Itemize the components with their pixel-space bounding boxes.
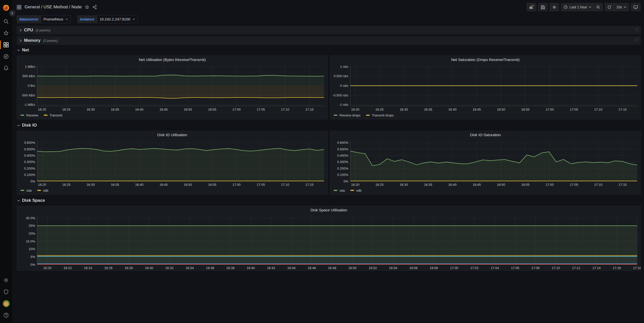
datasource-value: Prometheus	[44, 17, 63, 21]
instance-dropdown[interactable]: 10.242.2.247:9100	[97, 15, 138, 23]
refresh-button[interactable]	[605, 3, 614, 11]
svg-text:16:30: 16:30	[145, 266, 153, 270]
svg-text:20%: 20%	[29, 232, 35, 235]
chevron-down-icon	[17, 199, 20, 202]
save-dashboard-button[interactable]	[538, 3, 548, 11]
svg-text:16:20: 16:20	[43, 266, 52, 270]
cycle-view-mode-button[interactable]	[631, 3, 640, 11]
sidebar-item-configuration[interactable]	[0, 274, 12, 286]
row-cpu[interactable]: CPU (2 panels)	[17, 26, 641, 34]
svg-text:17:16: 17:16	[613, 266, 621, 270]
panel-disk-space-utilisation: Disk Space Utilisation 30.0%25%20%15.0%1…	[17, 206, 641, 271]
variable-datasource: datasource Prometheus	[17, 15, 71, 23]
configuration-gear-icon	[3, 277, 9, 283]
chevron-down-icon	[66, 18, 68, 20]
sidebar-item-search[interactable]	[0, 16, 12, 27]
sidebar-item-alerting[interactable]	[0, 62, 12, 74]
time-range-picker[interactable]: Last 1 hour	[561, 3, 594, 11]
alerting-bell-icon	[3, 65, 9, 71]
row-title: Memory	[24, 38, 40, 43]
panel-title[interactable]: Disk IO Utilisation	[17, 131, 328, 138]
legend-swatch	[20, 115, 24, 116]
user-avatar	[3, 300, 10, 307]
svg-text:17:10: 17:10	[552, 266, 560, 270]
svg-text:16:50: 16:50	[348, 266, 357, 270]
svg-text:16:34: 16:34	[186, 266, 194, 270]
row-disk-io[interactable]: Disk IO	[17, 122, 641, 129]
sidebar-expand-button[interactable]	[9, 10, 15, 16]
section-title: Net	[22, 48, 29, 53]
variable-label: datasource	[17, 15, 41, 23]
sidebar-item-explore[interactable]	[0, 51, 12, 62]
svg-text:16:36: 16:36	[206, 266, 214, 270]
svg-text:17:05: 17:05	[570, 183, 578, 187]
legend-item-sdb[interactable]: sdb	[350, 189, 361, 192]
dashboard-settings-button[interactable]	[550, 3, 559, 11]
row-disk-space[interactable]: Disk Space	[17, 197, 641, 204]
svg-text:17:05: 17:05	[257, 108, 265, 111]
panel-title[interactable]: Net Saturation (Drops Receive/Transmit)	[330, 56, 641, 63]
legend-item-transmit[interactable]: Transmit	[44, 113, 62, 117]
datasource-dropdown[interactable]: Prometheus	[41, 15, 71, 23]
panel-disk-io-saturation: Disk IO Saturation 0.600%0.500%0.400%0.3…	[330, 131, 641, 195]
legend-item-receive[interactable]: Receive	[20, 113, 38, 117]
favorite-star-icon[interactable]	[85, 5, 89, 9]
panel-title[interactable]: Disk IO Saturation	[330, 131, 641, 138]
svg-text:0.600%: 0.600%	[337, 141, 349, 145]
panel-net-utilisation: Net Utilisation (Bytes Receive/Transmit)…	[17, 55, 328, 119]
row-memory[interactable]: Memory (2 panels)	[17, 36, 641, 45]
drag-handle-icon[interactable]	[635, 28, 638, 32]
dashboards-icon	[3, 42, 9, 48]
svg-text:16:56: 16:56	[409, 266, 418, 270]
sidebar-item-profile[interactable]	[0, 298, 12, 309]
svg-text:16:55: 16:55	[208, 183, 217, 187]
svg-text:0%: 0%	[344, 179, 348, 183]
svg-text:500 kB/s: 500 kB/s	[22, 74, 35, 78]
legend-item-sda[interactable]: sda	[20, 189, 32, 192]
svg-text:16:50: 16:50	[497, 183, 505, 187]
refresh-interval-picker[interactable]: 10s	[614, 3, 629, 11]
svg-text:16:20: 16:20	[351, 108, 359, 111]
svg-text:17:15: 17:15	[305, 108, 314, 111]
svg-text:16:35: 16:35	[111, 108, 119, 111]
shield-icon	[3, 289, 9, 295]
svg-text:5%: 5%	[30, 255, 35, 259]
svg-text:17:10: 17:10	[281, 183, 289, 187]
share-icon[interactable]	[92, 5, 97, 9]
svg-text:16:54: 16:54	[389, 266, 397, 270]
svg-text:1 MB/s: 1 MB/s	[25, 65, 35, 69]
section-title: Disk IO	[22, 123, 37, 128]
svg-text:16:44: 16:44	[287, 266, 296, 270]
row-net[interactable]: Net	[17, 47, 641, 53]
svg-text:16:45: 16:45	[159, 183, 168, 187]
svg-text:0 B/s: 0 B/s	[28, 84, 35, 88]
sidebar-item-dashboards[interactable]	[0, 39, 12, 51]
breadcrumb[interactable]: General / USE Method / Node	[25, 5, 82, 10]
svg-text:0.400%: 0.400%	[337, 154, 349, 157]
svg-text:17:06: 17:06	[511, 266, 519, 270]
legend-item-sda[interactable]: sda	[334, 189, 345, 192]
svg-text:17:08: 17:08	[531, 266, 540, 270]
svg-text:-1 MB/s: -1 MB/s	[24, 103, 35, 107]
svg-text:16:30: 16:30	[400, 183, 408, 187]
svg-text:0%: 0%	[30, 179, 35, 183]
svg-text:16:50: 16:50	[497, 108, 505, 111]
clock-icon	[564, 5, 568, 9]
add-panel-button[interactable]	[527, 3, 536, 11]
panel-title[interactable]: Disk Space Utilisation	[17, 206, 641, 214]
legend-item-transmit-drops[interactable]: Transmit drops	[366, 113, 394, 117]
zoom-out-button[interactable]	[594, 3, 603, 11]
legend-item-receive-drops[interactable]: Receive drops	[334, 113, 360, 117]
sidebar-item-server-admin[interactable]	[0, 286, 12, 298]
legend-item-sdb[interactable]: sdb	[37, 189, 48, 192]
legend-swatch	[37, 190, 41, 191]
sidebar-item-help[interactable]	[0, 309, 12, 321]
svg-text:16:40: 16:40	[247, 266, 255, 270]
net-utilisation-legend: ReceiveTransmit	[17, 112, 328, 119]
section-title: Disk Space	[22, 198, 45, 203]
panel-title[interactable]: Net Utilisation (Bytes Receive/Transmit)	[17, 56, 328, 63]
svg-text:16:35: 16:35	[424, 108, 432, 111]
disk-io-saturation-legend: sdasdb	[330, 187, 641, 194]
sidebar-item-starred[interactable]	[0, 27, 12, 39]
drag-handle-icon[interactable]	[635, 38, 638, 43]
